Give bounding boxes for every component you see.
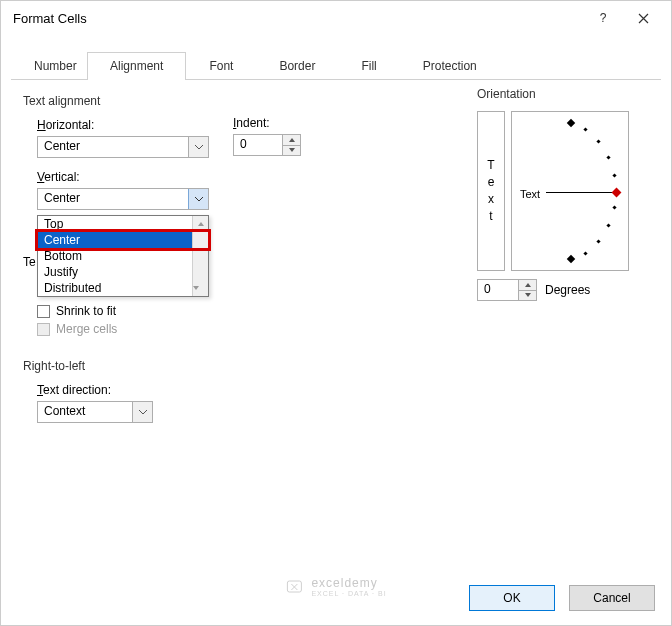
text-control-label-obscured: Te bbox=[23, 255, 36, 269]
vertical-dropdown-list: Top Center Bottom Justify Distributed bbox=[37, 215, 209, 297]
tab-alignment[interactable]: Alignment bbox=[87, 52, 186, 80]
indent-label: Indent: bbox=[233, 116, 301, 130]
indent-spinner[interactable]: 0 bbox=[233, 134, 301, 156]
tab-number[interactable]: Number bbox=[11, 52, 87, 80]
dial-pointer-icon bbox=[612, 188, 622, 198]
close-button[interactable] bbox=[623, 3, 663, 33]
format-cells-dialog: Format Cells ? Number Alignment Font Bor… bbox=[0, 0, 672, 626]
orientation-dial[interactable]: Text bbox=[511, 111, 629, 271]
degrees-label: Degrees bbox=[545, 283, 590, 297]
dial-tick-icon bbox=[567, 119, 575, 127]
spinner-buttons bbox=[282, 135, 300, 155]
text-direction-label: Text direction: bbox=[37, 383, 153, 397]
checkbox-icon bbox=[37, 305, 50, 318]
chevron-down-icon bbox=[132, 402, 152, 422]
text-control-group: Shrink to fit Merge cells bbox=[23, 300, 117, 340]
tabstrip: Number Alignment Font Border Fill Protec… bbox=[11, 51, 661, 80]
spin-up-icon[interactable] bbox=[283, 135, 300, 146]
scroll-down-icon[interactable] bbox=[193, 280, 199, 296]
dial-tick-icon bbox=[606, 223, 610, 227]
shrink-label: Shrink to fit bbox=[56, 304, 116, 318]
tab-border[interactable]: Border bbox=[256, 52, 338, 80]
checkbox-icon bbox=[37, 323, 50, 336]
tab-font[interactable]: Font bbox=[186, 52, 256, 80]
rtl-group-label: Right-to-left bbox=[23, 359, 153, 373]
tab-protection[interactable]: Protection bbox=[400, 52, 500, 80]
dial-text-label: Text bbox=[520, 188, 540, 200]
indent-block: Indent: 0 bbox=[233, 116, 301, 156]
help-button[interactable]: ? bbox=[583, 3, 623, 33]
merge-checkbox: Merge cells bbox=[37, 322, 117, 336]
option-center[interactable]: Center bbox=[38, 232, 208, 248]
indent-value: 0 bbox=[234, 135, 282, 155]
dialog-title: Format Cells bbox=[13, 11, 583, 26]
vertical-value: Center bbox=[38, 189, 188, 209]
degrees-spinner[interactable]: 0 bbox=[477, 279, 537, 301]
dial-tick-icon bbox=[583, 251, 587, 255]
dial-tick-icon bbox=[583, 127, 587, 131]
dial-tick-icon bbox=[612, 205, 616, 209]
dialog-footer: OK Cancel bbox=[469, 585, 655, 611]
text-direction-value: Context bbox=[38, 402, 132, 422]
watermark: exceldemy EXCEL · DATA · BI bbox=[285, 576, 386, 597]
chevron-down-icon bbox=[188, 137, 208, 157]
rtl-group: Right-to-left Text direction: Context bbox=[23, 359, 153, 423]
merge-label: Merge cells bbox=[56, 322, 117, 336]
shrink-checkbox[interactable]: Shrink to fit bbox=[37, 304, 117, 318]
option-bottom[interactable]: Bottom bbox=[38, 248, 208, 264]
chevron-down-icon bbox=[188, 189, 208, 209]
dial-line bbox=[546, 192, 612, 193]
titlebar: Format Cells ? bbox=[1, 1, 671, 35]
dial-tick-icon bbox=[596, 139, 600, 143]
dropdown-scrollbar[interactable] bbox=[192, 216, 208, 296]
text-direction-combo[interactable]: Context bbox=[37, 401, 153, 423]
spinner-buttons bbox=[518, 280, 536, 300]
logo-icon bbox=[285, 577, 305, 597]
vertical-text-button[interactable]: Text bbox=[477, 111, 505, 271]
degrees-value: 0 bbox=[478, 280, 518, 300]
spin-down-icon[interactable] bbox=[283, 146, 300, 156]
orientation-label: Orientation bbox=[477, 87, 647, 101]
cancel-button[interactable]: Cancel bbox=[569, 585, 655, 611]
tab-fill[interactable]: Fill bbox=[338, 52, 399, 80]
option-distributed[interactable]: Distributed bbox=[38, 280, 208, 296]
dial-tick-icon bbox=[596, 239, 600, 243]
close-icon bbox=[638, 13, 649, 24]
orientation-group: Orientation Text Text bbox=[477, 87, 647, 301]
spin-up-icon[interactable] bbox=[519, 280, 536, 291]
vertical-combo[interactable]: Center bbox=[37, 188, 209, 210]
dial-tick-icon bbox=[612, 173, 616, 177]
horizontal-combo[interactable]: Center bbox=[37, 136, 209, 158]
dial-tick-icon bbox=[567, 255, 575, 263]
dial-tick-icon bbox=[606, 155, 610, 159]
horizontal-value: Center bbox=[38, 137, 188, 157]
ok-button[interactable]: OK bbox=[469, 585, 555, 611]
spin-down-icon[interactable] bbox=[519, 291, 536, 301]
scroll-up-icon[interactable] bbox=[193, 216, 208, 232]
option-justify[interactable]: Justify bbox=[38, 264, 208, 280]
option-top[interactable]: Top bbox=[38, 216, 208, 232]
